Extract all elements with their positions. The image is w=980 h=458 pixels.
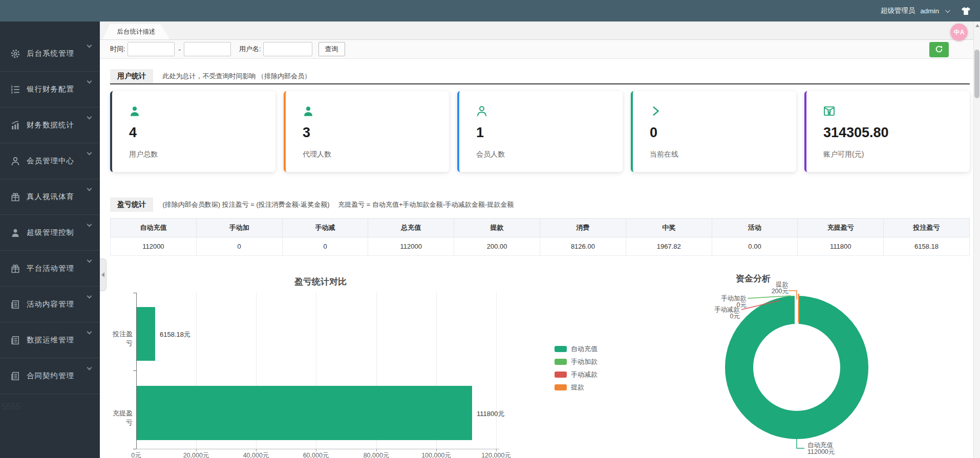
stat-card: 314305.80 账户可用(元): [804, 91, 970, 172]
tab-stats-overview[interactable]: 后台统计描述: [102, 24, 170, 39]
time-end-input[interactable]: [184, 42, 231, 56]
user-solid-icon: [303, 105, 449, 119]
user-stats-hint: 此处为总计，不受查询时间影响 （排除内部会员）: [162, 72, 311, 80]
cell: 112000: [111, 237, 197, 256]
user-menu[interactable]: 超级管理员 admin: [881, 0, 971, 21]
user-outline-icon: [11, 157, 20, 166]
profit-section-header: 盈亏统计 (排除内部会员数据) 投注盈亏 = (投注消费金额-返奖金额) 充提盈…: [110, 198, 970, 212]
content: 用户统计 此处为总计，不受查询时间影响 （排除内部会员） 4 用户总数 3 代理…: [100, 59, 980, 458]
col-header: 活动: [712, 219, 798, 237]
stat-label: 代理人数: [303, 150, 449, 159]
x-tick-label: 0元: [131, 451, 141, 458]
stat-card: 0 当前在线: [631, 91, 796, 172]
refresh-icon: [935, 45, 943, 55]
stat-value: 3: [303, 125, 449, 141]
col-header: 消费: [540, 219, 626, 237]
chevron-down-icon: [87, 294, 92, 299]
sidebar: 后台系统管理 银行财务配置 财务数据统计 会员管理中心: [0, 21, 100, 458]
sidebar-item-contracts[interactable]: 合同契约管理: [0, 358, 100, 394]
stat-label: 当前在线: [650, 150, 796, 159]
cell: 6158.18: [884, 237, 970, 256]
col-header: 充提盈亏: [798, 219, 884, 237]
donut-chart: [720, 291, 874, 444]
cell: 0.00: [712, 237, 798, 256]
col-header: 手动减: [282, 219, 368, 237]
profit-hint: (排除内部会员数据) 投注盈亏 = (投注消费金额-返奖金额) 充提盈亏 = 自…: [162, 201, 514, 208]
user-stats-section-header: 用户统计 此处为总计，不受查询时间影响 （排除内部会员）: [110, 69, 970, 84]
legend-swatch: [555, 346, 567, 352]
legend-item[interactable]: 自动充值: [555, 344, 598, 354]
sidebar-collapse-handle[interactable]: [100, 258, 106, 291]
stat-value: 314305.80: [823, 125, 970, 141]
cell: 0: [282, 237, 368, 256]
x-tick-label: 120,000元: [481, 451, 511, 458]
stat-label: 账户可用(元): [823, 150, 970, 159]
sidebar-item-super-admin[interactable]: 超级管理控制: [0, 215, 100, 251]
chevron-left-icon: [101, 272, 104, 277]
donut-sliver-tikuan: [798, 294, 799, 323]
list-icon: [11, 85, 20, 94]
legend-item[interactable]: 手动加款: [555, 357, 598, 366]
sidebar-item-activity-content[interactable]: 活动内容管理: [0, 287, 100, 322]
callout-jiankuan: 手动减款 0元: [700, 307, 740, 320]
sidebar-item-platform-activity[interactable]: 平台活动管理: [0, 251, 100, 287]
scrollbar: [973, 21, 980, 458]
cell: 0: [196, 237, 282, 256]
sidebar-faint-text: 5555: [2, 402, 20, 411]
col-header: 手动加: [196, 219, 282, 237]
user-solid-icon: [129, 105, 275, 119]
main-area: 中A 后台统计描述 时间: - 用户名: 查询 用户统计 此处为总计，不受查询时…: [100, 21, 980, 458]
chevron-down-icon: [945, 8, 950, 13]
sidebar-item-members[interactable]: 会员管理中心: [0, 143, 100, 179]
cell: 111800: [798, 237, 884, 256]
scroll-up-arrow-icon[interactable]: [975, 24, 979, 27]
chevron-down-icon: [87, 150, 92, 156]
scrollbar-thumb[interactable]: [974, 50, 979, 98]
cell: 8126.00: [540, 237, 626, 256]
translate-badge[interactable]: 中A: [950, 24, 968, 41]
time-start-input[interactable]: [127, 42, 175, 56]
axis-tick: [133, 449, 136, 449]
x-tick-label: 40,000元: [243, 451, 269, 458]
refresh-button[interactable]: [929, 42, 949, 57]
username-input[interactable]: [263, 42, 312, 56]
x-tick-label: 60,000元: [303, 451, 329, 458]
chevron-down-icon: [87, 186, 92, 191]
sidebar-item-data-ops[interactable]: 数据运维管理: [0, 322, 100, 358]
search-toolbar: 时间: - 用户名: 查询: [100, 40, 980, 59]
legend-item[interactable]: 手动减款: [555, 370, 598, 379]
stat-card: 1 会员人数: [457, 91, 623, 172]
col-header: 中奖: [626, 219, 712, 237]
chart-icon: [11, 121, 20, 130]
cell: 112000: [368, 237, 454, 256]
x-tick-label: 100,000元: [421, 451, 451, 458]
money-envelope-icon: [823, 105, 970, 119]
sidebar-item-system[interactable]: 后台系统管理: [0, 36, 100, 72]
stat-value: 4: [129, 125, 275, 141]
x-axis-line: [136, 449, 499, 449]
cell: 1967.82: [626, 237, 712, 256]
sidebar-item-bank-finance[interactable]: 银行财务配置: [0, 72, 100, 107]
table-row: 112000 0 0 112000 200.00 8126.00 1967.82…: [111, 237, 970, 256]
document-icon: [11, 336, 20, 345]
legend-swatch: [555, 359, 567, 365]
cell: 200.00: [454, 237, 540, 256]
bar-chart-title: 盈亏统计对比: [269, 276, 372, 288]
col-header: 提款: [454, 219, 540, 237]
stat-label: 用户总数: [129, 150, 275, 159]
stat-value: 1: [476, 125, 623, 141]
chevron-down-icon: [87, 365, 92, 370]
sidebar-item-live-sports[interactable]: 真人视讯体育: [0, 179, 100, 215]
category-label: 充提盈亏: [110, 409, 133, 427]
user-role: 超级管理员: [881, 6, 915, 15]
sidebar-item-finance-stats[interactable]: 财务数据统计: [0, 107, 100, 143]
chevron-down-icon: [87, 115, 92, 120]
query-button[interactable]: 查询: [318, 42, 345, 56]
chevron-down-icon: [87, 79, 92, 84]
chevron-down-icon: [87, 222, 92, 227]
profit-table-header-row: 自动充值 手动加 手动减 总充值 提款 消费 中奖 活动 充提盈亏 投注盈亏: [111, 219, 970, 237]
legend-swatch: [555, 384, 567, 390]
user-outline-icon: [476, 105, 623, 119]
theme-tshirt-icon[interactable]: [961, 7, 971, 15]
legend-item[interactable]: 提款: [555, 383, 584, 392]
